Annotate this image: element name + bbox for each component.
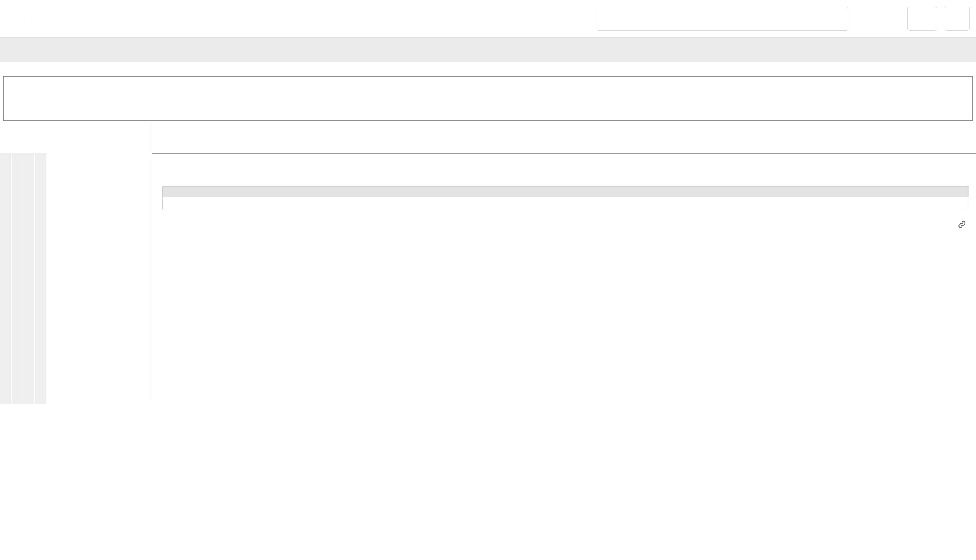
trace-view-selector[interactable]	[945, 7, 970, 31]
span-detail-row	[0, 153, 976, 404]
trace-minimap	[0, 62, 976, 121]
minimap-canvas[interactable]	[3, 76, 973, 121]
span-id-row	[161, 219, 969, 229]
span-detail-panel	[152, 153, 976, 404]
indent-guide	[35, 153, 47, 404]
back-button[interactable]	[6, 16, 22, 22]
logs-section	[162, 186, 969, 209]
app-header	[0, 0, 976, 37]
logs-header[interactable]	[163, 187, 969, 197]
indent-guide	[12, 153, 23, 404]
keyboard-shortcuts-button[interactable]	[907, 7, 937, 31]
service-operation-column-header	[0, 122, 152, 153]
indent-guide-active	[47, 153, 152, 404]
find-input[interactable]	[597, 7, 848, 31]
indent-guide	[23, 153, 35, 404]
deep-link-icon[interactable]	[957, 219, 967, 229]
trace-summary-bar	[0, 37, 976, 62]
timeline-ruler	[152, 122, 976, 153]
minimap-ruler	[3, 65, 973, 76]
detail-indent-guides	[0, 153, 152, 404]
indent-guide	[0, 153, 12, 404]
logs-footer-note	[163, 197, 969, 209]
timeline-header	[0, 122, 976, 153]
